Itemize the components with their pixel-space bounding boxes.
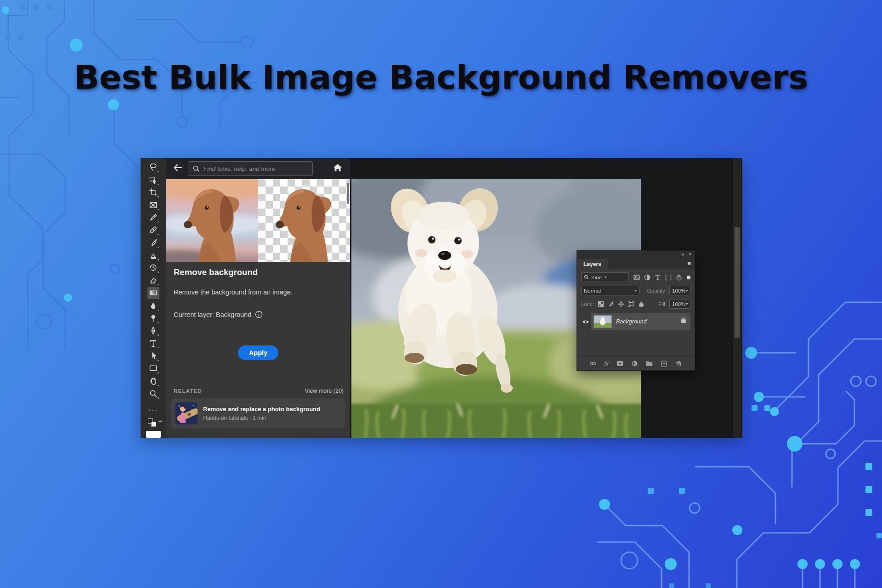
layer-thumbnail[interactable] — [594, 316, 611, 328]
healing-brush-tool-icon[interactable] — [147, 224, 159, 236]
home-icon[interactable] — [333, 163, 343, 175]
filter-type-layers-icon[interactable] — [655, 274, 661, 281]
layer-filter-icons — [633, 274, 690, 281]
foreground-background-swatches[interactable]: ⇄ — [148, 418, 159, 428]
layer-lock-icon[interactable] — [681, 319, 686, 324]
filter-pixel-layers-icon[interactable] — [633, 274, 640, 281]
tutorial-thumbnail — [175, 402, 198, 424]
link-layers-icon[interactable] — [589, 360, 596, 367]
new-group-icon[interactable] — [646, 360, 653, 367]
canvas-scrollbar-thumb[interactable] — [735, 227, 740, 338]
hand-tool-icon[interactable] — [147, 375, 159, 387]
blend-opacity-row: Normal Opacity: 100% — [581, 286, 690, 295]
clone-stamp-tool-icon[interactable] — [147, 249, 159, 261]
current-layer-row: Current layer: Background — [174, 311, 263, 318]
blur-tool-icon[interactable] — [147, 300, 159, 311]
filter-search-icon — [584, 275, 589, 280]
panel-divider — [166, 382, 350, 382]
before-after-comparison — [166, 179, 350, 262]
search-input[interactable] — [204, 165, 308, 172]
tools-toolbar: ··· ⇄ — [141, 158, 166, 438]
layer-filter-row: Kind — [581, 272, 690, 282]
new-layer-icon[interactable] — [661, 360, 667, 367]
current-layer-label: Current layer: Background — [174, 311, 251, 318]
tutorial-meta: Hands-on tutorials · 1 min — [203, 415, 320, 421]
lock-all-icon[interactable] — [638, 301, 645, 307]
search-icon — [192, 165, 200, 172]
new-adjustment-layer-icon[interactable] — [631, 360, 638, 367]
opacity-value: 100% — [672, 288, 685, 294]
history-brush-tool-icon[interactable] — [147, 262, 159, 274]
lasso-tool-icon[interactable] — [147, 161, 159, 173]
filter-adjustment-layers-icon[interactable] — [644, 274, 650, 281]
lock-position-icon[interactable] — [618, 301, 624, 307]
panel-scrollbar-thumb[interactable] — [347, 183, 349, 204]
before-image — [166, 179, 258, 262]
layer-effects-icon[interactable]: fx — [604, 361, 608, 367]
lock-transparency-icon[interactable] — [598, 301, 604, 307]
panel-menu-icon[interactable]: ≡ — [687, 260, 691, 266]
fill-label: Fill: — [658, 301, 667, 307]
lock-label: Lock: — [581, 301, 594, 307]
remove-background-description: Remove the background from an image. — [174, 288, 293, 296]
chevron-down-icon — [685, 290, 688, 292]
pen-tool-icon[interactable] — [147, 325, 159, 337]
filter-smart-objects-icon[interactable] — [676, 274, 682, 281]
related-header: RELATED View more (20) — [174, 388, 344, 394]
related-tutorial-card[interactable]: Remove and replace a photo background Ha… — [171, 398, 345, 429]
filter-kind-dropdown[interactable]: Kind — [581, 272, 629, 282]
filter-kind-label: Kind — [591, 275, 602, 280]
lock-image-icon[interactable] — [608, 301, 614, 307]
filter-shape-layers-icon[interactable] — [665, 274, 672, 281]
zoom-tool-icon[interactable] — [147, 388, 159, 400]
view-more-link[interactable]: View more (20) — [305, 388, 344, 394]
frame-tool-icon[interactable] — [147, 199, 159, 211]
path-selection-tool-icon[interactable] — [147, 350, 159, 362]
crop-tool-icon[interactable] — [147, 187, 159, 198]
blend-mode-value: Normal — [584, 288, 601, 294]
back-arrow-icon[interactable] — [172, 162, 183, 175]
dodge-tool-icon[interactable] — [147, 312, 159, 324]
close-panel-icon[interactable]: × — [689, 252, 691, 257]
layer-background-row[interactable]: Background — [591, 313, 690, 330]
blend-mode-dropdown[interactable]: Normal — [581, 286, 640, 295]
type-tool-icon[interactable] — [147, 337, 159, 349]
add-layer-mask-icon[interactable] — [616, 360, 623, 367]
apply-button[interactable]: Apply — [238, 345, 278, 360]
layer-visibility-eye-icon[interactable] — [580, 319, 591, 324]
gradient-tool-icon[interactable] — [147, 287, 159, 299]
layers-panel-titlebar: » × — [577, 251, 695, 258]
brush-tool-icon[interactable] — [147, 237, 159, 249]
swap-colors-icon[interactable]: ⇄ — [158, 418, 162, 423]
rectangle-tool-icon[interactable] — [147, 362, 159, 374]
lock-artboard-icon[interactable] — [628, 301, 634, 307]
eraser-tool-icon[interactable] — [147, 274, 159, 286]
delete-layer-icon[interactable] — [675, 360, 682, 367]
opacity-input[interactable]: 100% — [669, 286, 690, 295]
layers-bottom-toolbar: fx — [577, 356, 695, 370]
layers-panel-tabs: Layers ≡ — [577, 258, 695, 269]
object-selection-tool-icon[interactable] — [147, 174, 159, 186]
filter-toggle-dot[interactable] — [687, 276, 690, 279]
background-color-swatch[interactable] — [151, 422, 156, 427]
remove-background-heading: Remove background — [174, 267, 258, 277]
canvas-scrollbar-track[interactable] — [733, 158, 741, 438]
quick-mask-swatch[interactable] — [146, 431, 161, 438]
tutorial-text: Remove and replace a photo background Ha… — [203, 406, 320, 421]
layer-row[interactable]: Background — [580, 313, 690, 330]
info-icon[interactable] — [255, 311, 263, 318]
edit-toolbar-icon[interactable]: ··· — [148, 407, 158, 412]
discover-panel: Remove background Remove the background … — [166, 158, 350, 438]
collapse-panel-icon[interactable]: » — [682, 252, 684, 257]
opacity-label: Opacity: — [647, 288, 667, 294]
eyedropper-tool-icon[interactable] — [147, 212, 159, 224]
layers-tab[interactable]: Layers — [577, 259, 608, 269]
fill-value: 100% — [672, 301, 685, 307]
related-label: RELATED — [174, 388, 202, 394]
layers-panel-body: Kind Normal Opacity: 100% — [577, 269, 695, 356]
chevron-down-icon — [634, 290, 637, 292]
layer-name: Background — [616, 318, 647, 325]
search-box[interactable] — [188, 161, 313, 176]
tutorial-title: Remove and replace a photo background — [203, 406, 320, 413]
fill-input[interactable]: 100% — [669, 299, 690, 309]
